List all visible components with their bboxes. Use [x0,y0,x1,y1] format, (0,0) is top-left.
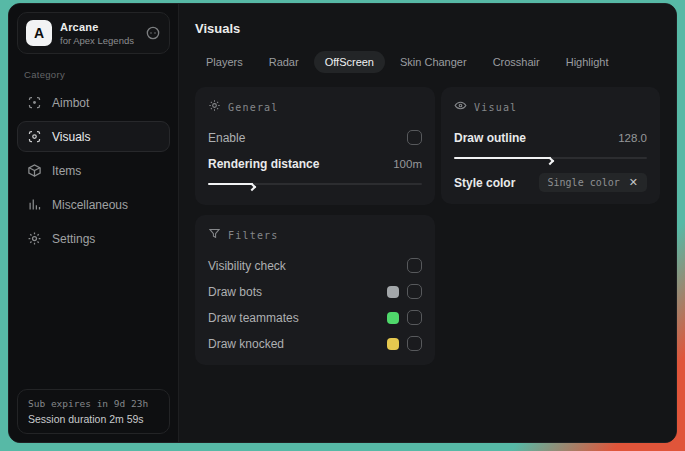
session-duration-text: Session duration 2m 59s [28,413,159,425]
app-logo: A [26,20,52,46]
sidebar-item-label: Miscellaneous [52,198,128,212]
filter-row: Draw knocked [208,333,422,354]
main-content: Visuals PlayersRadarOffScreenSkin Change… [179,4,676,442]
panels-area: General Enable Rendering distance 100m [195,87,660,365]
filter-icon [208,226,221,244]
sidebar-item-visuals[interactable]: Visuals [17,121,170,152]
filter-checkbox[interactable] [407,336,422,351]
discord-icon[interactable] [145,25,161,41]
filter-row: Draw bots [208,281,422,302]
general-panel: General Enable Rendering distance 100m [195,87,435,205]
style-color-row: Style color Single color ✕ [454,172,647,193]
enable-label: Enable [208,131,245,145]
sidebar-nav: Aimbot Visuals Items Miscellaneous Setti… [17,87,170,254]
tab-highlight[interactable]: Highlight [555,51,620,73]
status-card: Sub expires in 9d 23h Session duration 2… [17,389,170,434]
enable-row: Enable [208,127,422,148]
brand-text: Arcane for Apex Legends [60,21,134,46]
left-column: General Enable Rendering distance 100m [195,87,435,365]
sidebar-item-items[interactable]: Items [17,155,170,186]
sidebar-item-label: Settings [52,232,95,246]
tab-radar[interactable]: Radar [258,51,310,73]
slider-fill [454,157,551,159]
filters-rows: Visibility check Draw bots Draw teammate… [208,255,422,354]
general-panel-title: General [228,102,279,113]
clear-icon[interactable]: ✕ [629,177,638,188]
draw-outline-label: Draw outline [454,131,526,145]
style-color-select[interactable]: Single color ✕ [539,173,647,192]
filter-label: Draw teammates [208,311,299,325]
visual-panel-title: Visual [474,102,517,113]
filters-panel-header: Filters [208,226,422,244]
general-panel-header: General [208,98,422,116]
app-title: Arcane [60,21,134,33]
style-color-value: Single color [548,177,620,188]
style-color-label: Style color [454,176,515,190]
filter-label: Visibility check [208,259,286,273]
filter-label: Draw knocked [208,337,284,351]
sun-icon [208,98,221,116]
tab-bar: PlayersRadarOffScreenSkin ChangerCrossha… [195,51,660,73]
filter-checkbox[interactable] [407,258,422,273]
brand-card: A Arcane for Apex Legends [17,12,170,54]
crosshair-icon [27,95,42,110]
sidebar-item-miscellaneous[interactable]: Miscellaneous [17,189,170,220]
enable-checkbox[interactable] [407,130,422,145]
color-swatch[interactable] [387,338,399,350]
box-icon [27,163,42,178]
filter-label: Draw bots [208,285,262,299]
rendering-distance-slider[interactable] [208,179,422,189]
app-window: A Arcane for Apex Legends Category Aimbo… [8,3,677,443]
rendering-distance-label: Rendering distance [208,157,319,171]
sidebar-item-label: Visuals [52,130,90,144]
bars-icon [27,197,42,212]
filters-panel: Filters Visibility check Draw bots Draw … [195,215,435,365]
app-subtitle: for Apex Legends [60,35,134,46]
right-column: Visual Draw outline 128.0 Style color [441,87,660,204]
slider-fill [208,183,253,185]
sidebar-item-label: Aimbot [52,96,89,110]
filter-row: Draw teammates [208,307,422,328]
category-label: Category [24,69,163,80]
tab-offscreen[interactable]: OffScreen [314,51,385,73]
tab-skin-changer[interactable]: Skin Changer [389,51,478,73]
visual-panel: Visual Draw outline 128.0 Style color [441,87,660,204]
rendering-distance-value: 100m [393,158,422,170]
filter-checkbox[interactable] [407,310,422,325]
sidebar-item-aimbot[interactable]: Aimbot [17,87,170,118]
rendering-distance-row: Rendering distance 100m [208,153,422,174]
eye-icon [454,98,467,116]
draw-outline-slider[interactable] [454,153,647,163]
sidebar: A Arcane for Apex Legends Category Aimbo… [9,4,179,442]
sub-expires-text: Sub expires in 9d 23h [28,398,159,409]
visual-panel-header: Visual [454,98,647,116]
desktop-background: { "colors": { "desktop_teal": "#57b9a6",… [0,0,685,451]
sidebar-item-label: Items [52,164,81,178]
sidebar-item-settings[interactable]: Settings [17,223,170,254]
filter-row: Visibility check [208,255,422,276]
filter-checkbox[interactable] [407,284,422,299]
eye-scan-icon [27,129,42,144]
gear-icon [27,231,42,246]
draw-outline-row: Draw outline 128.0 [454,127,647,148]
page-title: Visuals [195,21,660,36]
color-swatch[interactable] [387,286,399,298]
tab-crosshair[interactable]: Crosshair [482,51,551,73]
tab-players[interactable]: Players [195,51,254,73]
filters-panel-title: Filters [228,230,279,241]
draw-outline-value: 128.0 [618,132,647,144]
color-swatch[interactable] [387,312,399,324]
